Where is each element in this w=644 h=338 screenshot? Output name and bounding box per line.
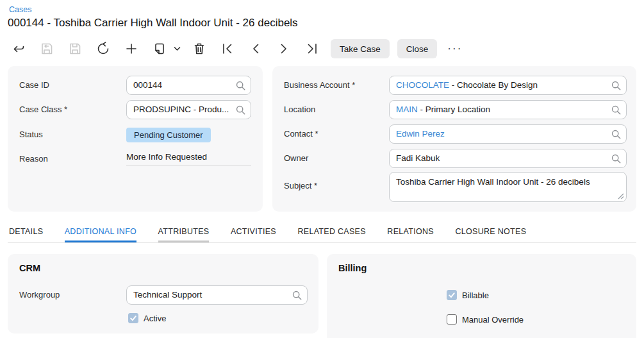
save-button[interactable]: [64, 38, 86, 60]
add-button[interactable]: [120, 38, 142, 60]
tab-relations[interactable]: RELATIONS: [387, 222, 434, 243]
location-link[interactable]: MAIN: [396, 105, 418, 114]
search-icon[interactable]: [611, 153, 622, 164]
case-id-field[interactable]: 000144: [126, 76, 251, 95]
location-field[interactable]: MAIN - Primary Location: [389, 100, 627, 119]
active-checkbox-row[interactable]: Active: [128, 313, 166, 323]
first-record-button[interactable]: [217, 38, 238, 60]
workgroup-value: Technical Support: [133, 290, 202, 300]
business-account-label: Business Account *: [284, 76, 355, 95]
contact-label: Contact *: [284, 124, 318, 144]
first-record-icon: [220, 41, 235, 56]
delete-button[interactable]: [188, 38, 210, 60]
toolbar: Take Case Close ···: [8, 38, 468, 60]
billable-checkbox[interactable]: [447, 290, 457, 300]
chevron-down-icon: [174, 46, 181, 51]
cases-screen: Cases 000144 - Toshiba Carrier High Wall…: [0, 0, 644, 338]
crm-section-panel: CRM Workgroup Technical Support Active: [8, 254, 318, 334]
owner-label: Owner: [284, 149, 308, 168]
checkmark-icon: [448, 291, 456, 299]
case-id-label: Case ID: [19, 76, 49, 95]
close-button[interactable]: Close: [397, 39, 438, 58]
manual-override-checkbox-label: Manual Override: [462, 315, 524, 325]
copy-paste-dropdown-button[interactable]: [172, 38, 182, 60]
case-summary-right-panel: Business Account * CHOCOLATE - Chocolate…: [272, 66, 636, 212]
subject-label: Subject *: [284, 176, 317, 196]
page-title: 000144 - Toshiba Carrier High Wall Indoo…: [8, 17, 298, 30]
plus-icon: [124, 41, 139, 56]
business-account-text: - Chocolate By Design: [449, 80, 538, 90]
last-record-button[interactable]: [301, 38, 323, 60]
search-icon[interactable]: [611, 105, 622, 115]
reason-value[interactable]: More Info Requested: [126, 152, 251, 165]
last-record-icon: [304, 41, 320, 56]
clipboard-icon: [152, 41, 167, 56]
subject-field[interactable]: Toshiba Carrier High Wall Indoor Unit - …: [389, 172, 627, 202]
workgroup-label: Workgroup: [19, 285, 60, 305]
manual-override-checkbox[interactable]: [447, 314, 457, 325]
case-summary-left-panel: Case ID 000144 Case Class * PRODSUPINC -…: [8, 66, 263, 212]
tab-activities[interactable]: ACTIVITIES: [231, 222, 276, 243]
case-class-value: PRODSUPINC - Produ...: [133, 105, 229, 114]
tab-related-cases[interactable]: RELATED CASES: [297, 222, 365, 243]
contact-link[interactable]: Edwin Perez: [396, 129, 445, 139]
business-account-link[interactable]: CHOCOLATE: [396, 80, 449, 90]
case-class-label: Case Class *: [19, 100, 67, 119]
owner-field[interactable]: Fadi Kabuk: [389, 149, 627, 168]
undo-button[interactable]: [92, 38, 114, 60]
search-icon[interactable]: [235, 105, 246, 115]
business-account-field[interactable]: CHOCOLATE - Chocolate By Design: [389, 76, 627, 95]
undo-icon: [95, 41, 111, 56]
next-record-button[interactable]: [273, 38, 295, 60]
crm-section-title: CRM: [19, 263, 40, 273]
case-class-field[interactable]: PRODSUPINC - Produ...: [126, 100, 251, 119]
chevron-left-icon: [248, 41, 263, 56]
active-checkbox-label: Active: [144, 314, 166, 323]
billing-section-title: Billing: [338, 263, 367, 273]
save-and-close-icon: [39, 41, 54, 56]
tab-additional-info[interactable]: ADDITIONAL INFO: [65, 222, 136, 243]
subject-value: Toshiba Carrier High Wall Indoor Unit - …: [396, 177, 590, 187]
status-badge: Pending Customer: [126, 128, 211, 142]
location-text: - Primary Location: [418, 105, 490, 114]
previous-record-button[interactable]: [245, 38, 267, 60]
active-checkbox[interactable]: [128, 313, 138, 323]
chevron-right-icon: [276, 41, 292, 56]
billable-checkbox-row[interactable]: Billable: [447, 290, 489, 300]
back-arrow-icon: [11, 41, 26, 56]
status-label: Status: [19, 125, 43, 144]
take-case-button[interactable]: Take Case: [331, 39, 390, 58]
breadcrumb-cases-link[interactable]: Cases: [9, 5, 31, 14]
tab-attributes[interactable]: ATTRIBUTES: [158, 222, 210, 243]
owner-text: Fadi Kabuk: [396, 153, 440, 163]
checkmark-icon: [129, 314, 137, 322]
resize-grip-icon[interactable]: [617, 192, 624, 199]
billing-section-panel: Billing Billable Manual Override: [327, 254, 636, 338]
tab-bar: DETAILS ADDITIONAL INFO ATTRIBUTES ACTIV…: [0, 222, 644, 243]
location-label: Location: [284, 100, 315, 119]
copy-paste-button[interactable]: [149, 38, 170, 60]
search-icon[interactable]: [611, 129, 622, 140]
billable-checkbox-label: Billable: [462, 291, 489, 300]
contact-field[interactable]: Edwin Perez: [389, 124, 627, 144]
reason-label: Reason: [19, 149, 48, 169]
save-and-close-button[interactable]: [36, 38, 58, 60]
trash-icon: [192, 41, 207, 56]
more-button[interactable]: ···: [441, 42, 468, 55]
workgroup-field[interactable]: Technical Support: [126, 285, 308, 305]
search-icon[interactable]: [611, 80, 622, 91]
save-icon: [67, 41, 83, 56]
search-icon[interactable]: [235, 80, 246, 91]
back-button[interactable]: [8, 38, 29, 60]
manual-override-checkbox-row[interactable]: Manual Override: [447, 314, 524, 325]
tab-details[interactable]: DETAILS: [9, 222, 43, 243]
search-icon[interactable]: [292, 290, 302, 301]
tab-closure-notes[interactable]: CLOSURE NOTES: [455, 222, 526, 243]
tab-bar-divider: [8, 242, 636, 243]
case-id-value: 000144: [133, 80, 162, 90]
